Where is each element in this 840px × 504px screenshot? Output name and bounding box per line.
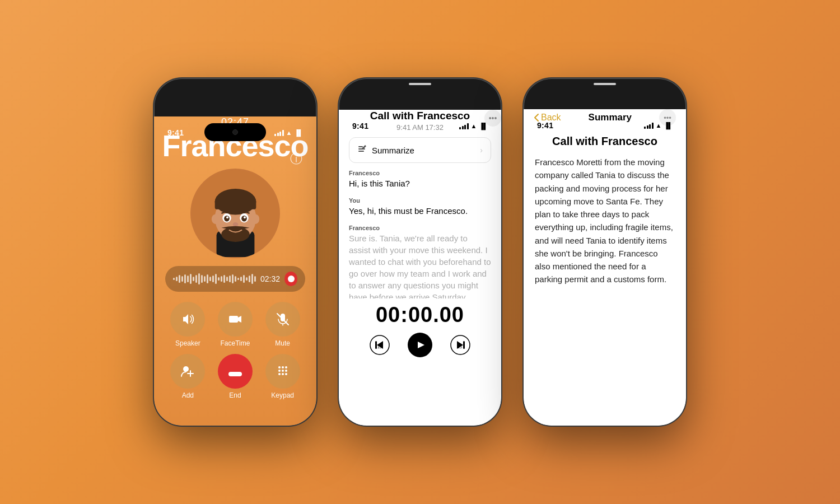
speaker-icon-circle [170,302,205,337]
status-bar-2: 9:41 ▲ ▐▌ [339,118,501,134]
svg-point-9 [224,215,230,221]
svg-rect-36 [375,341,377,349]
mute-label: Mute [275,339,290,347]
memoji-area [154,169,316,258]
svg-point-31 [285,373,287,375]
status-icons-1: ▲ ▐▌ [274,129,303,136]
msg-text-1: Yes, hi, this must be Francesco. [349,205,491,217]
mute-icon-circle [265,302,300,337]
battery-icon-3: ▐▌ [664,122,673,129]
signal-bars-3 [644,123,654,129]
memoji-circle [190,169,280,258]
camera-dot [232,129,238,135]
waveform [173,273,256,284]
msg-text-0: Hi, is this Tania? [349,178,491,189]
status-time-3: 9:41 [537,121,553,130]
svg-point-25 [285,366,287,368]
signal-bars [274,130,284,136]
summary-screen: 9:41 ▲ ▐▌ Ba [524,109,686,426]
call-screen: 9:41 ▲ ▐▌ ⓘ 02:47 Franc [154,116,316,426]
forward-button[interactable]: 15 [448,333,473,357]
status-time-1: 9:41 [167,128,184,137]
svg-point-12 [244,216,246,218]
battery-icon-2: ▐▌ [479,123,488,129]
msg-sender-0: Francesco [349,170,491,176]
svg-rect-22 [228,372,242,376]
svg-rect-32 [358,146,363,147]
record-indicator [284,272,297,286]
svg-point-19 [183,366,189,372]
transcript-footer: Done [339,424,501,426]
svg-rect-15 [229,316,238,323]
summarize-icon [357,144,367,156]
play-button[interactable] [408,333,432,357]
svg-point-26 [278,370,281,372]
summary-content: Call with Francesco Francesco Moretti fr… [524,126,686,286]
status-bar-3: 9:41 ▲ ▐▌ [524,118,686,133]
svg-point-10 [241,215,247,221]
svg-point-11 [226,216,228,218]
svg-text:15: 15 [458,345,462,349]
phone-1-screen: 9:41 ▲ ▐▌ ⓘ 02:47 Franc [154,78,316,426]
svg-point-24 [282,366,284,368]
msg-sender-2: Francesco [349,225,491,231]
wifi-icon-2: ▲ [471,123,477,129]
svg-point-13 [232,222,238,227]
mute-button[interactable]: Mute [262,302,303,347]
facetime-label: FaceTime [221,339,250,347]
phone-3-screen: 9:41 ▲ ▐▌ Ba [524,78,686,426]
phone-2-screen: 9:41 ▲ ▐▌ Call with Francesco 9:41 AM 17… [339,78,501,426]
message-0: Francesco Hi, is this Tania? [349,170,491,189]
status-icons-2: ▲ ▐▌ [459,123,488,129]
summarize-left: Summarize [357,144,414,156]
battery-icon: ▐▌ [294,129,303,136]
end-call-button[interactable]: End [215,354,256,399]
speaker-label: Speaker [175,339,200,347]
svg-rect-4 [214,199,256,209]
transcript-screen: 9:41 ▲ ▐▌ Call with Francesco 9:41 AM 17… [339,110,501,426]
chat-icon-button[interactable] [350,424,371,426]
status-time-2: 9:41 [352,122,368,130]
rewind-button[interactable]: 15 [367,333,392,357]
summarize-row[interactable]: Summarize › [349,137,491,163]
playback-time: 00:00.00 [339,303,501,327]
msg-text-2: Sure is. Tania, we're all ready to assis… [349,232,491,298]
svg-point-30 [282,373,284,375]
info-button[interactable]: ⓘ [288,151,304,167]
memoji-avatar [192,170,279,257]
phone-1-frame: 9:41 ▲ ▐▌ ⓘ 02:47 Franc [154,78,316,426]
facetime-icon-circle [218,302,253,337]
wifi-icon: ▲ [286,129,292,136]
end-icon-circle [218,354,253,389]
summarize-label: Summarize [372,146,414,155]
add-label: Add [182,391,194,399]
summary-call-title: Call with Francesco [535,135,675,148]
keypad-icon-circle [265,354,300,389]
chevron-right-icon: › [480,146,483,155]
status-icons-3: ▲ ▐▌ [644,122,673,129]
end-label: End [229,391,241,399]
message-1: You Yes, hi, this must be Francesco. [349,197,491,217]
message-2: Francesco Sure is. Tania, we're all read… [349,225,491,298]
svg-point-29 [278,373,281,375]
svg-point-28 [285,370,287,372]
dynamic-island [204,123,266,141]
svg-point-27 [282,370,284,372]
summary-body-text: Francesco Moretti from the moving compan… [535,156,675,286]
facetime-button[interactable]: FaceTime [215,302,256,347]
transcript-messages: Francesco Hi, is this Tania? You Yes, hi… [339,170,501,298]
phone-2-frame: 9:41 ▲ ▐▌ Call with Francesco 9:41 AM 17… [339,78,501,426]
keypad-button[interactable]: Keypad [262,354,303,399]
add-call-button[interactable]: Add [167,354,208,399]
add-icon-circle [170,354,205,389]
call-buttons-grid: Speaker FaceTime [154,302,316,399]
svg-rect-39 [463,341,465,349]
msg-sender-1: You [349,197,491,204]
speaker-button[interactable]: Speaker [167,302,208,347]
svg-point-5 [211,214,219,223]
svg-point-23 [278,366,281,368]
svg-rect-34 [358,151,364,152]
wifi-icon-3: ▲ [656,122,662,129]
recording-bar: 02:32 [165,266,305,292]
svg-text:15: 15 [377,345,382,349]
